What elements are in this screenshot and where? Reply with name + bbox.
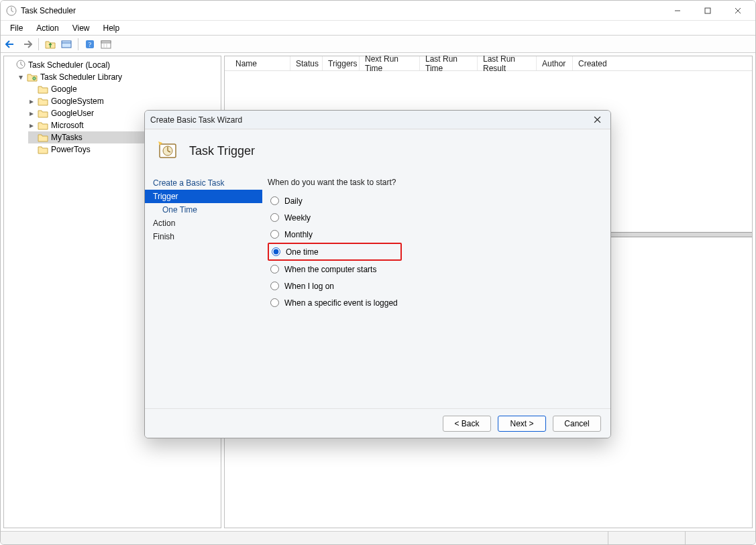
col-lastrun[interactable]: Last Run Time [420, 56, 478, 70]
folder-icon [38, 133, 48, 142]
dialog-close-button[interactable] [589, 112, 605, 128]
folder-icon [38, 145, 48, 154]
radio-weekly[interactable] [270, 213, 279, 222]
chevron-right-icon[interactable]: ▸ [28, 98, 35, 105]
radio-log-on[interactable] [270, 282, 279, 290]
nav-back-button[interactable] [3, 37, 18, 52]
step-finish[interactable]: Finish [145, 230, 262, 243]
clock-icon [16, 60, 25, 71]
wizard-buttons: < Back Next > Cancel [145, 408, 610, 438]
app-icon [6, 5, 17, 16]
next-button[interactable]: Next > [498, 416, 546, 432]
dialog-header: Task Trigger [145, 129, 610, 172]
folder-icon [38, 84, 48, 94]
tree-item-label: GoogleSystem [51, 97, 104, 106]
toolbar-calendar-icon[interactable] [99, 37, 113, 52]
option-one-time[interactable]: One time [268, 243, 402, 261]
toolbar-folder-up-icon[interactable] [43, 37, 58, 52]
step-create-basic-task[interactable]: Create a Basic Task [145, 176, 262, 190]
menu-file[interactable]: File [5, 22, 28, 34]
tree-item-google[interactable]: Google [28, 83, 219, 95]
tree-root-label: Task Scheduler (Local) [28, 60, 110, 70]
nav-forward-button[interactable] [19, 37, 34, 52]
col-triggers[interactable]: Triggers [323, 56, 360, 70]
cancel-button[interactable]: Cancel [553, 416, 601, 432]
option-computer-starts[interactable]: When the computer starts [268, 261, 600, 278]
col-nextrun[interactable]: Next Run Time [360, 56, 420, 70]
option-daily[interactable]: Daily [268, 192, 600, 209]
wizard-icon [156, 139, 180, 163]
minimize-button[interactable] [662, 1, 692, 20]
statusbar [1, 531, 755, 544]
col-name[interactable]: Name [230, 56, 290, 70]
col-created[interactable]: Created [573, 56, 613, 70]
chevron-right-icon[interactable]: ▸ [28, 110, 35, 117]
dialog-titlebar: Create Basic Task Wizard [145, 111, 610, 129]
chevron-down-icon[interactable]: ▾ [17, 74, 24, 80]
tree-item-label: MyTasks [51, 133, 83, 142]
radio-daily[interactable] [270, 196, 279, 205]
step-action[interactable]: Action [145, 217, 262, 230]
create-basic-task-wizard: Create Basic Task Wizard Task Trigger Cr… [144, 110, 611, 438]
svg-line-17 [21, 64, 23, 66]
folder-icon [38, 109, 48, 118]
close-button[interactable] [722, 1, 753, 20]
folder-icon [38, 121, 48, 130]
svg-rect-12 [101, 41, 111, 43]
tree-item-label: Google [51, 84, 77, 94]
dialog-title: Create Basic Task Wizard [150, 115, 242, 125]
task-list-header: Name Status Triggers Next Run Time Last … [225, 56, 752, 71]
tree-item-label: GoogleUser [51, 109, 94, 118]
menu-action[interactable]: Action [31, 22, 64, 34]
option-monthly[interactable]: Monthly [268, 226, 600, 243]
wizard-steps: Create a Basic Task Trigger One Time Act… [145, 172, 262, 408]
option-weekly[interactable]: Weekly [268, 209, 600, 226]
radio-one-time[interactable] [272, 247, 280, 256]
folder-icon [38, 97, 48, 106]
library-icon [27, 72, 38, 82]
svg-point-18 [33, 77, 36, 80]
option-event-logged[interactable]: When a specific event is logged [268, 294, 600, 311]
radio-computer-starts[interactable] [270, 265, 279, 274]
option-log-on[interactable]: When I log on [268, 278, 600, 294]
svg-rect-4 [705, 8, 710, 13]
tree-library-label: Task Scheduler Library [40, 72, 122, 82]
dialog-heading: Task Trigger [189, 144, 255, 158]
toolbar: ? [1, 36, 755, 53]
col-lastresult[interactable]: Last Run Result [478, 56, 537, 70]
radio-event-logged[interactable] [270, 298, 279, 307]
menubar: File Action View Help [1, 21, 755, 36]
back-button[interactable]: < Back [443, 416, 491, 432]
step-trigger[interactable]: Trigger [145, 190, 262, 203]
chevron-right-icon[interactable]: ▸ [28, 122, 35, 129]
col-author[interactable]: Author [537, 56, 573, 70]
wizard-content: When do you want the task to start? Dail… [262, 172, 610, 408]
menu-help[interactable]: Help [98, 22, 125, 34]
tree-root[interactable]: Task Scheduler (Local) [7, 59, 219, 71]
col-status[interactable]: Status [290, 56, 323, 70]
menu-view[interactable]: View [67, 22, 95, 34]
tree-item-googlesystem[interactable]: ▸GoogleSystem [28, 95, 219, 107]
svg-text:?: ? [89, 41, 92, 48]
maximize-button[interactable] [692, 1, 722, 20]
svg-rect-7 [62, 41, 71, 48]
radio-monthly[interactable] [270, 230, 279, 239]
toolbar-help-icon[interactable]: ? [83, 37, 97, 52]
window-title: Task Scheduler [21, 6, 76, 15]
titlebar: Task Scheduler [1, 1, 755, 21]
tree-library[interactable]: ▾ Task Scheduler Library [17, 71, 219, 83]
trigger-prompt: When do you want the task to start? [268, 178, 600, 187]
tree-item-label: PowerToys [51, 145, 91, 154]
svg-line-2 [11, 11, 13, 12]
tree-item-label: Microsoft [51, 121, 84, 130]
toolbar-view-icon[interactable] [59, 37, 74, 52]
step-one-time[interactable]: One Time [145, 203, 262, 217]
